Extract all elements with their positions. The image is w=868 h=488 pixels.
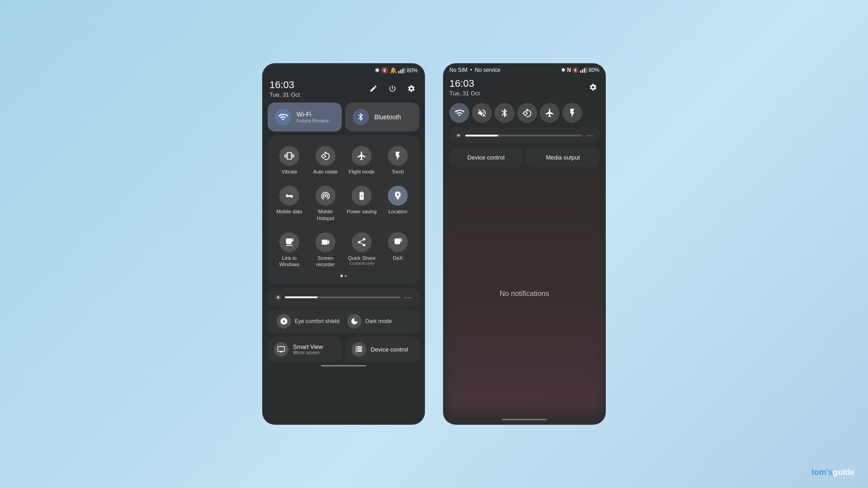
device-control-icon [352,342,366,357]
right-time-row: 16:03 Tue, 31 Oct [443,77,606,101]
no-notifications-text: No notifications [500,290,549,298]
tile-flight-mode[interactable]: Flight mode [344,141,379,179]
signal-icon [398,67,406,74]
link-windows-icon [279,232,299,252]
r-brightness-icon: ☀ [456,132,462,139]
power-saving-icon [352,186,372,206]
screen-recorder-label: Screen recorder [310,255,341,268]
r-wifi-btn[interactable] [449,103,469,123]
right-settings-button[interactable] [587,81,599,94]
smart-view-sub: Mirror screen [293,350,323,355]
smart-view-label: Smart View [293,343,323,350]
right-phone: No SIM • No service ✱ N 🔇 80% 16:03 Tue,… [443,63,606,425]
tile-quick-share[interactable]: Quick Share Contacts only [344,228,379,272]
svg-rect-1 [400,70,401,73]
r-signal-icon [580,67,587,73]
svg-rect-3 [404,67,406,73]
left-date: Tue, 31 Oct [269,91,300,98]
tile-dex[interactable]: DeX [381,228,415,272]
r-bluetooth-btn[interactable] [495,103,514,123]
right-icon-row [443,101,606,127]
r-nfc-icon: N [567,67,571,73]
tile-auto-rotate[interactable]: Auto rotate [308,141,343,179]
dot-2 [344,275,347,277]
no-service-text: No service [475,67,500,73]
bottom-tiles: Smart View Mirror screen Device control [262,333,425,362]
smart-view-tile[interactable]: Smart View Mirror screen [268,337,342,362]
svg-rect-7 [586,67,587,73]
tile-screen-recorder[interactable]: Screen recorder [308,228,343,272]
mute-status-icon: 🔇 [381,67,388,74]
tile-mobile-data[interactable]: Mobile data [272,181,307,226]
large-tiles-row: Wi-Fi Future Review Bluetooth [262,103,425,131]
dex-label: DeX [393,255,402,261]
power-saving-label: Power saving [347,208,377,215]
r-nav-line [502,419,547,420]
eye-comfort-icon [277,314,291,328]
comfort-row: Eye comfort shield Dark mode [268,310,420,333]
bluetooth-tile[interactable]: Bluetooth [345,103,420,131]
r-brightness-more[interactable]: ⋯ [586,131,593,140]
wifi-tile[interactable]: Wi-Fi Future Review [268,103,342,131]
settings-button[interactable] [405,82,418,95]
brightness-track[interactable] [285,296,401,298]
dot-1 [340,275,343,277]
svg-rect-0 [398,70,400,73]
mobile-data-icon [279,186,299,206]
page-dots [272,272,415,278]
tile-location[interactable]: Location [381,181,415,226]
device-control-label: Device control [371,346,408,353]
no-sim-text: No SIM [449,67,467,73]
dot-sep: • [470,67,472,73]
guide-text: guide [833,468,854,477]
svg-rect-4 [580,70,581,73]
sim-status: No SIM • No service [449,67,500,73]
r-mute-btn[interactable] [472,103,492,123]
tile-mobile-hotspot[interactable]: Mobile Hotspot [308,181,343,226]
r-bluetooth-icon: ✱ [561,67,566,73]
right-brightness-track[interactable] [465,135,582,136]
r-torch-btn[interactable] [562,103,582,123]
torch-label: Torch [392,169,404,175]
smart-view-icon [274,342,288,357]
torch-icon [388,146,408,166]
tile-vibrate[interactable]: Vibrate [272,141,307,179]
tile-torch[interactable]: Torch [381,141,415,179]
edit-button[interactable] [367,82,380,95]
toms-brand: tom's [811,468,833,477]
brightness-more-icon[interactable]: ⋯ [404,292,412,302]
location-icon [388,186,408,206]
left-time-row: 16:03 Tue, 31 Oct [262,77,425,103]
brightness-icon: ☀ [275,293,281,302]
quick-share-label: Quick Share Contacts only [348,255,376,267]
tile-power-saving[interactable]: Power saving [344,181,379,226]
dex-icon [388,232,408,252]
svg-rect-5 [582,69,583,73]
small-tiles-grid: Vibrate Auto rotate Flight mode [272,141,415,272]
link-windows-label: Link to Windows [274,255,305,268]
svg-rect-6 [584,68,585,73]
eye-comfort-label: Eye comfort shield [295,318,340,324]
right-status-icons: ✱ N 🔇 80% [561,67,599,73]
tile-link-windows[interactable]: Link to Windows [272,228,307,272]
toms-guide-watermark: tom'sguide [811,468,854,477]
right-date: Tue, 31 Oct [449,90,480,97]
location-label: Location [388,208,407,215]
dark-mode-label: Dark mode [365,318,392,324]
device-control-tile[interactable]: Device control [345,337,420,362]
dark-mode-item[interactable]: Dark mode [347,314,410,328]
eye-comfort-item[interactable]: Eye comfort shield [277,314,340,328]
auto-rotate-label: Auto rotate [313,169,338,175]
bluetooth-label: Bluetooth [374,113,401,121]
r-airplane-btn[interactable] [540,103,560,123]
device-control-btn[interactable]: Device control [449,148,523,167]
r-rotation-btn[interactable] [517,103,537,123]
bluetooth-icon [353,109,369,125]
right-nav-bar [443,416,606,425]
no-notifications-area: No notifications [443,172,606,416]
wifi-label: Wi-Fi [297,111,329,118]
power-button[interactable] [386,82,399,95]
left-nav-bar [262,362,425,371]
media-output-btn[interactable]: Media output [526,148,599,167]
brightness-fill [285,296,317,298]
